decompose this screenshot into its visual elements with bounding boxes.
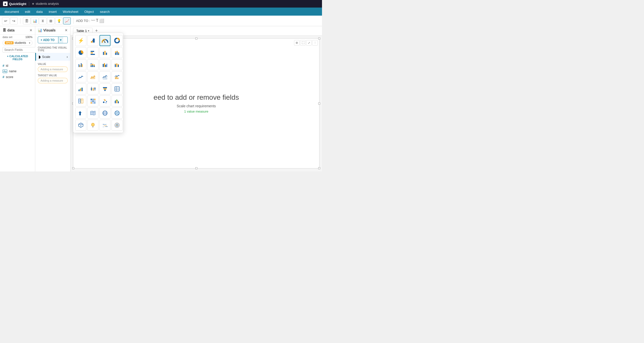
chart-area[interactable] xyxy=(87,71,98,82)
database-icon-btn[interactable]: 🗄 xyxy=(23,17,30,24)
chart-pivot[interactable] xyxy=(75,95,86,107)
chart-bar4[interactable] xyxy=(112,59,123,70)
chart-table[interactable] xyxy=(112,83,123,94)
tool-group: 🗄 📊 ⧖ ⊞ 💡 📈 xyxy=(23,17,71,24)
svg-rect-29 xyxy=(94,64,95,66)
chart-growth[interactable] xyxy=(75,83,86,94)
visuals-panel: 📊 Visuals ✕ + ADD TO ▾ CHANGING THE VISU… xyxy=(35,26,70,172)
handle-bl[interactable] xyxy=(72,167,74,169)
svg-rect-14 xyxy=(115,51,116,53)
tab-arrow-icon[interactable]: ▾ xyxy=(88,29,89,32)
visual-icon-btn[interactable]: 📈 xyxy=(63,17,71,24)
menu-worksheet[interactable]: Worksheet xyxy=(60,9,81,15)
svg-rect-60 xyxy=(91,99,92,100)
target-measure-field[interactable]: Adding a measure xyxy=(38,78,68,83)
menu-search[interactable]: search xyxy=(97,9,112,15)
chart-wordcloud[interactable]: Wordcloudtextdata xyxy=(99,120,111,131)
visual-expand-btn[interactable]: ⛶ xyxy=(300,40,306,46)
svg-rect-12 xyxy=(106,53,107,55)
chart-bar-vert[interactable] xyxy=(99,47,111,58)
app-logo[interactable]: QuickSight xyxy=(3,2,26,6)
menu-insert[interactable]: insert xyxy=(46,9,59,15)
add-to-button[interactable]: + ADD TO ▾ xyxy=(38,37,68,43)
chart-insight[interactable] xyxy=(87,120,98,131)
menu-data[interactable]: data xyxy=(34,9,45,15)
svg-rect-55 xyxy=(79,99,81,103)
placeholder-main: eed to add or remove fields xyxy=(154,93,239,101)
chart-sort[interactable] xyxy=(87,35,98,46)
add-to-arrow[interactable]: ▾ xyxy=(58,37,63,43)
field-score[interactable]: # score xyxy=(0,74,35,80)
chart-custom[interactable] xyxy=(112,120,123,131)
menu-document[interactable]: document xyxy=(2,9,21,15)
redo-button[interactable]: ↪ xyxy=(10,17,18,24)
handle-tr[interactable] xyxy=(318,38,320,40)
visual-placeholder: eed to add or remove fields Scale chart … xyxy=(154,93,239,113)
chart-line2[interactable] xyxy=(99,71,111,82)
scale-expand-icon: › xyxy=(67,55,68,59)
svg-rect-8 xyxy=(91,52,93,53)
chart-bar5[interactable] xyxy=(112,95,123,107)
handle-rm[interactable] xyxy=(318,102,320,105)
insight-icon-btn[interactable]: 💡 xyxy=(55,17,63,24)
image-icon[interactable]: ⬜ xyxy=(99,18,104,23)
chart-scatter[interactable] xyxy=(99,95,111,107)
scale-row[interactable]: ◗ Scale › xyxy=(35,53,70,61)
chart-grouped[interactable] xyxy=(75,59,86,70)
param-icon-btn[interactable]: ⊞ xyxy=(47,17,55,24)
field-id[interactable]: # id xyxy=(0,63,35,68)
chart-globe2[interactable] xyxy=(112,108,123,119)
chart-waterfall[interactable] xyxy=(75,108,86,119)
chart-globe[interactable] xyxy=(99,108,111,119)
svg-rect-48 xyxy=(93,88,94,90)
chart-map[interactable] xyxy=(87,108,98,119)
value-measure-field[interactable]: Adding a measure xyxy=(38,66,68,72)
chart-line[interactable] xyxy=(75,71,86,82)
svg-point-71 xyxy=(106,101,107,102)
handle-br[interactable] xyxy=(318,167,320,169)
visual-settings-btn[interactable]: ⚙ xyxy=(294,40,300,46)
add-to-main[interactable]: + ADD TO xyxy=(38,37,57,43)
chart-heat[interactable] xyxy=(87,95,98,107)
svg-rect-30 xyxy=(103,64,104,67)
chart-3d[interactable] xyxy=(75,120,86,131)
field-name[interactable]: Aa name xyxy=(0,68,35,74)
field-id-label: id xyxy=(6,64,8,67)
chart-icon-btn[interactable]: 📊 xyxy=(31,17,39,24)
chart-candlestick[interactable] xyxy=(87,83,98,94)
chart-pie[interactable] xyxy=(75,47,86,58)
menu-object[interactable]: Object xyxy=(82,9,96,15)
menubar: document edit data insert Worksheet Obje… xyxy=(0,8,322,16)
visuals-panel-close-button[interactable]: ✕ xyxy=(65,28,68,32)
text-icon[interactable]: T xyxy=(96,18,98,23)
line-icon[interactable]: 〰 xyxy=(91,18,95,23)
chart-stacked[interactable] xyxy=(112,47,123,58)
handle-bm[interactable] xyxy=(195,167,197,169)
star-icon: ★ xyxy=(32,2,34,6)
add-to-label: + ADD TO xyxy=(41,38,55,42)
chart-funnel2[interactable] xyxy=(99,83,111,94)
svg-rect-33 xyxy=(106,64,107,67)
handle-tm[interactable] xyxy=(195,38,197,40)
chart-gauge[interactable] xyxy=(99,35,111,46)
visual-more-btn[interactable]: ⋮ xyxy=(312,40,318,46)
svg-rect-31 xyxy=(104,63,105,67)
svg-rect-35 xyxy=(115,64,116,64)
chart-flash[interactable]: ⚡ xyxy=(75,35,86,46)
visual-fullscreen-btn[interactable]: ⤢ xyxy=(306,40,312,46)
filter-icon-btn[interactable]: ⧖ xyxy=(39,17,47,24)
chart-donut[interactable] xyxy=(112,35,123,46)
data-panel-close-button[interactable]: ✕ xyxy=(29,28,32,32)
chart-type-picker: ⚡ xyxy=(73,33,123,133)
visuals-panel-title: 📊 Visuals xyxy=(38,28,56,32)
calc-fields-button[interactable]: + CALCULATED FIELDS xyxy=(0,54,35,62)
value-label: VALUE xyxy=(38,63,68,65)
chart-combo[interactable] xyxy=(112,71,123,82)
dataset-selector[interactable]: SPICE students ▾ xyxy=(3,40,32,46)
chart-bar3[interactable] xyxy=(99,59,111,70)
menu-edit[interactable]: edit xyxy=(22,9,33,15)
svg-rect-28 xyxy=(94,66,95,67)
undo-button[interactable]: ↩ xyxy=(2,17,10,24)
chart-stacked2[interactable] xyxy=(87,59,98,70)
chart-bar-horiz[interactable] xyxy=(87,47,98,58)
